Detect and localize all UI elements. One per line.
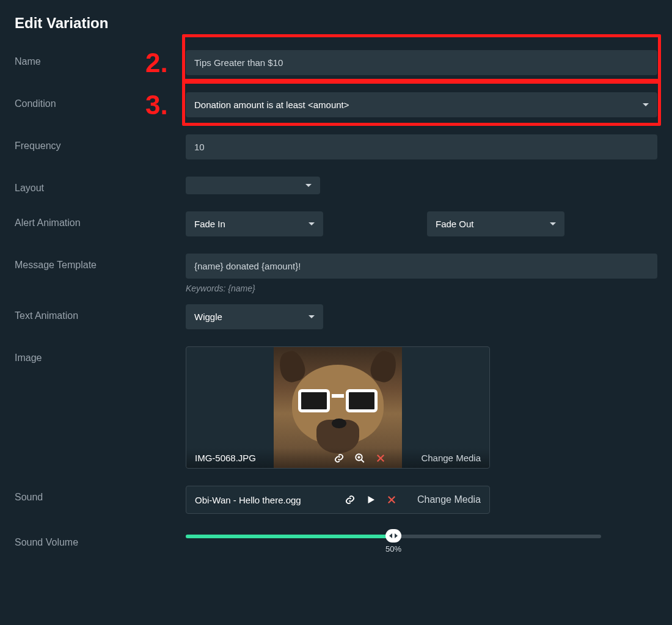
animation-out-value: Fade Out xyxy=(436,219,474,229)
volume-slider[interactable]: 50% xyxy=(186,531,601,538)
message-template-input[interactable] xyxy=(186,254,657,279)
label-layout: Layout xyxy=(15,177,186,194)
label-text-animation: Text Animation xyxy=(15,304,186,321)
animation-out-dropdown[interactable]: Fade Out xyxy=(427,211,564,236)
remove-icon[interactable] xyxy=(385,494,398,506)
frequency-input[interactable] xyxy=(186,134,657,159)
zoom-in-icon[interactable] xyxy=(354,452,366,464)
layout-dropdown[interactable] xyxy=(186,177,320,194)
label-alert-animation: Alert Animation xyxy=(15,211,186,228)
chevron-down-icon xyxy=(309,222,315,225)
svg-marker-6 xyxy=(368,496,374,503)
annotation-step-3: 3. xyxy=(145,92,168,119)
keywords-help: Keywords: {name} xyxy=(186,283,657,293)
chevron-down-icon xyxy=(305,184,312,187)
image-filename: IMG-5068.JPG xyxy=(195,453,256,463)
slider-thumb[interactable] xyxy=(385,529,401,543)
change-sound-button[interactable]: Change Media xyxy=(417,494,481,505)
label-frequency: Frequency xyxy=(15,134,186,152)
play-icon[interactable] xyxy=(365,494,377,506)
change-image-button[interactable]: Change Media xyxy=(421,453,481,463)
chevron-down-icon xyxy=(550,222,556,225)
label-sound: Sound xyxy=(15,486,186,503)
slider-track xyxy=(186,535,601,538)
chevron-down-icon xyxy=(643,103,649,106)
text-animation-dropdown[interactable]: Wiggle xyxy=(186,304,323,329)
link-icon[interactable] xyxy=(333,452,345,464)
annotation-step-2: 2. xyxy=(145,49,168,76)
volume-value: 50% xyxy=(385,544,401,554)
label-sound-volume: Sound Volume xyxy=(15,531,186,548)
slider-fill xyxy=(186,535,393,538)
chevron-down-icon xyxy=(309,315,315,318)
condition-dropdown[interactable]: Donation amount is at least <amount> xyxy=(186,92,657,117)
animation-in-dropdown[interactable]: Fade In xyxy=(186,211,323,236)
remove-icon[interactable] xyxy=(374,452,387,464)
link-icon[interactable] xyxy=(344,494,356,506)
sound-media-box: Obi-Wan - Hello there.ogg Change Media xyxy=(186,486,490,514)
svg-line-1 xyxy=(361,459,364,462)
label-message-template: Message Template xyxy=(15,254,186,271)
name-input[interactable] xyxy=(186,50,657,75)
text-animation-value: Wiggle xyxy=(194,312,222,322)
label-image: Image xyxy=(15,346,186,364)
animation-in-value: Fade In xyxy=(194,219,225,229)
image-media-box: IMG-5068.JPG Change Media xyxy=(186,346,490,469)
sound-filename: Obi-Wan - Hello there.ogg xyxy=(195,495,301,505)
condition-value: Donation amount is at least <amount> xyxy=(194,100,349,110)
page-title: Edit Variation xyxy=(15,15,657,32)
